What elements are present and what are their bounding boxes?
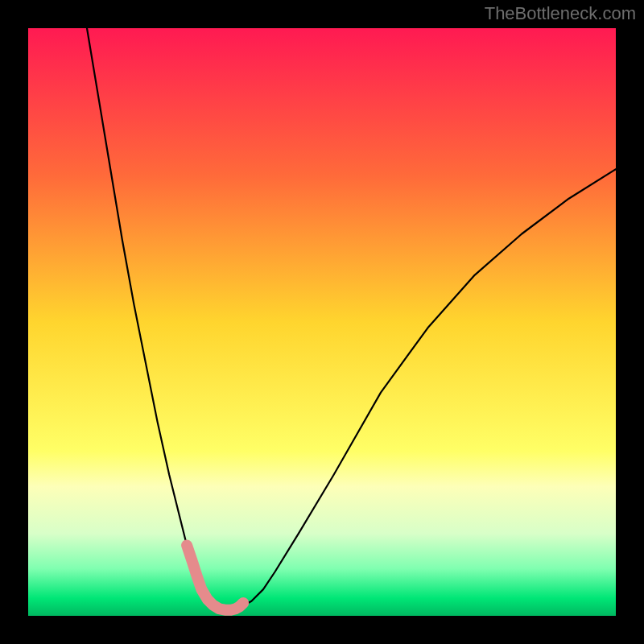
plot-area: [28, 28, 616, 616]
chart-svg: [28, 28, 616, 616]
chart-frame: TheBottleneck.com: [0, 0, 644, 644]
gradient-background: [28, 28, 616, 616]
watermark-text: TheBottleneck.com: [485, 3, 636, 24]
